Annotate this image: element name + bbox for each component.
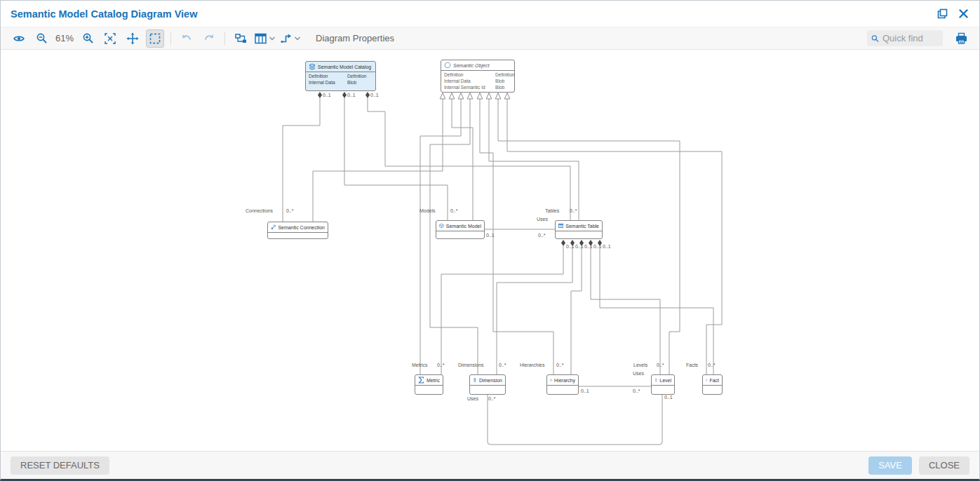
node-title: Level xyxy=(659,378,671,383)
role-label: Metrics xyxy=(412,363,428,368)
attr-name: Internal Semantic Id xyxy=(444,85,495,90)
redo-icon[interactable] xyxy=(200,29,218,48)
fact-page-icon xyxy=(706,377,707,384)
restore-window-icon[interactable] xyxy=(934,6,950,22)
node-title: Fact xyxy=(709,378,719,383)
multiplicity-label: 0..* xyxy=(633,388,640,394)
node-title: Dimension xyxy=(479,378,502,383)
table-view-icon[interactable] xyxy=(254,29,276,48)
sigma-icon xyxy=(418,377,424,384)
multiplicity-label: 0..1 xyxy=(581,388,589,394)
undo-icon[interactable] xyxy=(177,29,196,48)
multiplicity-label: 0..1 xyxy=(370,93,379,98)
attr-type: Definition xyxy=(495,72,515,78)
node-dimension[interactable]: Dimension xyxy=(469,374,506,395)
reset-defaults-button[interactable]: RESET DEFAULTS xyxy=(11,456,109,475)
multiplicity-label: 0..1 xyxy=(664,395,673,400)
node-fact[interactable]: Fact xyxy=(702,374,723,395)
multiplicity-label: 0..* xyxy=(538,233,546,238)
multiplicity-label: 0..1 xyxy=(584,244,593,250)
org-chart-icon xyxy=(550,377,552,384)
role-label: Uses xyxy=(633,371,644,377)
attr-type: Definition xyxy=(347,74,372,79)
layers-icon xyxy=(309,63,316,70)
diagram-properties-label[interactable]: Diagram Properties xyxy=(316,33,394,43)
multiplicity-label: 0..* xyxy=(286,208,294,214)
close-icon[interactable] xyxy=(955,6,971,22)
attr-type: Blob xyxy=(495,79,515,84)
multiplicity-label: 0..1 xyxy=(566,244,575,250)
node-title: Semantic Model Catalog xyxy=(318,65,371,69)
multiplicity-label: 0..1 xyxy=(575,244,584,250)
role-label: Tables xyxy=(545,208,559,214)
node-title: Semantic Object xyxy=(453,63,489,68)
attr-type: Blob xyxy=(495,85,515,90)
multiplicity-label: 0..* xyxy=(708,363,716,368)
role-label: Facts xyxy=(686,363,698,368)
role-label: Hierarchies xyxy=(520,363,544,368)
role-label: Connections xyxy=(246,208,273,214)
diagram-view-window: Semantic Model Catalog Diagram View 61% xyxy=(0,0,980,481)
person-icon xyxy=(655,377,657,384)
auto-layout-icon[interactable] xyxy=(231,29,250,48)
node-hierarchy[interactable]: Hierarchy xyxy=(546,374,579,395)
zoom-to-fit-icon[interactable] xyxy=(101,29,119,48)
attr-type: Blob xyxy=(347,80,372,86)
diagram-canvas[interactable]: Semantic Model Catalog DefinitionDefinit… xyxy=(1,50,979,451)
node-semantic-model-catalog[interactable]: Semantic Model Catalog DefinitionDefinit… xyxy=(305,61,376,91)
multiplicity-label: 0..1 xyxy=(486,233,495,238)
zoom-in-icon[interactable] xyxy=(79,29,97,48)
cube-icon xyxy=(439,222,444,229)
node-title: Metric xyxy=(427,378,440,383)
connector-style-icon[interactable] xyxy=(280,29,301,48)
search-icon xyxy=(871,34,879,43)
attr-name: Definition xyxy=(444,72,495,78)
zoom-out-icon[interactable] xyxy=(32,29,51,48)
node-semantic-connection[interactable]: Semantic Connection xyxy=(267,222,328,239)
pan-mode-icon[interactable] xyxy=(123,29,142,48)
role-label: Models xyxy=(419,208,436,214)
quick-find-box[interactable] xyxy=(867,30,943,46)
multiplicity-label: 0..1 xyxy=(593,244,602,250)
role-label: Levels xyxy=(633,363,647,368)
multiplicity-label: 0..* xyxy=(556,363,564,368)
node-title: Semantic Connection xyxy=(278,225,325,230)
role-label: Uses xyxy=(537,217,548,222)
diagram-toolbar: 61% Diagram Propert xyxy=(1,27,979,50)
node-title: Hierarchy xyxy=(554,378,575,383)
connection-icon xyxy=(271,224,276,231)
multiplicity-label: 0..1 xyxy=(347,93,356,98)
role-label: Dimensions xyxy=(458,363,484,368)
page-title: Semantic Model Catalog Diagram View xyxy=(11,8,197,20)
column-icon xyxy=(473,377,477,384)
role-label: Uses xyxy=(467,396,478,402)
multiplicity-label: 0..* xyxy=(488,396,496,402)
title-bar: Semantic Model Catalog Diagram View xyxy=(1,1,979,27)
show-hide-icon[interactable] xyxy=(10,29,28,48)
marquee-select-icon[interactable] xyxy=(146,29,164,48)
print-icon[interactable] xyxy=(952,29,970,48)
multiplicity-label: 0..* xyxy=(570,208,577,214)
footer-bar: RESET DEFAULTS SAVE CLOSE xyxy=(1,451,979,479)
circle-icon xyxy=(444,62,451,69)
table-icon xyxy=(558,222,563,229)
node-semantic-model[interactable]: Semantic Model xyxy=(436,220,485,239)
node-level[interactable]: Level xyxy=(651,374,675,395)
quick-find-input[interactable] xyxy=(882,33,939,43)
node-title: Semantic Table xyxy=(565,224,599,229)
attr-name: Internal Data xyxy=(444,79,495,84)
multiplicity-label: 0..1 xyxy=(323,93,331,98)
node-title: Semantic Model xyxy=(446,224,481,229)
multiplicity-label: 0..* xyxy=(657,363,664,368)
multiplicity-label: 0..* xyxy=(437,363,445,368)
chevron-down-icon xyxy=(269,36,276,41)
save-button[interactable]: SAVE xyxy=(868,456,912,475)
close-button[interactable]: CLOSE xyxy=(919,456,969,475)
node-semantic-table[interactable]: Semantic Table xyxy=(555,220,603,239)
multiplicity-label: 0..* xyxy=(450,208,458,214)
node-metric[interactable]: Metric xyxy=(415,374,443,395)
multiplicity-label: 0..* xyxy=(499,363,506,368)
node-semantic-object[interactable]: Semantic Object DefinitionDefinition Int… xyxy=(441,60,515,93)
attr-name: Definition xyxy=(309,74,347,79)
zoom-level: 61% xyxy=(55,33,74,43)
